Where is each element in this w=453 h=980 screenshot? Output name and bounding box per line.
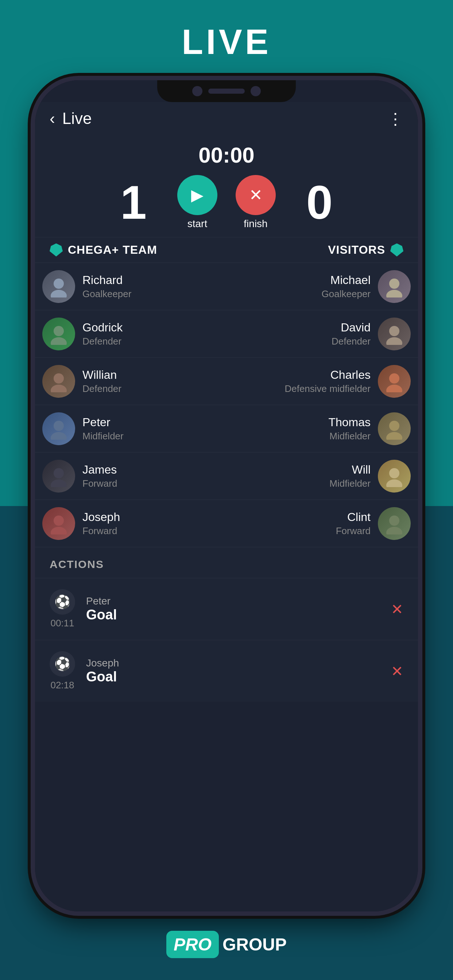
app-header: ‹ Live ⋮ [35,102,418,135]
avatar [378,270,411,303]
player-info: James Forward [83,463,117,489]
home-player-6[interactable]: Joseph Forward [42,507,226,540]
home-player-4[interactable]: Peter Midfielder [42,412,226,445]
home-score: 1 [104,175,163,230]
svg-point-7 [386,337,402,345]
svg-point-4 [54,326,64,336]
svg-point-10 [389,373,399,383]
away-team-name: VISITORS [328,243,385,257]
avatar [42,507,75,540]
player-position: Defensive midfielder [284,383,370,395]
player-name: Peter [83,415,124,429]
player-info: Joseph Forward [83,511,120,537]
avatar [42,460,75,493]
player-position: Defender [83,383,121,395]
player-name: Michael [330,274,370,287]
svg-point-22 [389,515,399,526]
play-icon: ▶ [191,186,204,204]
away-team: VISITORS [328,243,404,257]
page-title: LIVE [0,22,453,62]
soccer-ball-icon: ⚽ [49,589,75,615]
delete-action-button[interactable]: ✕ [391,601,404,617]
svg-point-11 [386,385,402,392]
finish-button[interactable]: ✕ [236,175,276,215]
pro-label: PRO [174,935,212,954]
player-info: Will Midfielder [329,463,370,489]
player-position: Midfielder [329,478,370,489]
speaker [208,89,245,94]
teams-header: CHEGA+ TEAM VISITORS [35,237,418,262]
svg-point-8 [54,373,64,383]
players-list: Richard Goalkeeper Michael Goalkeeper [35,262,418,547]
score-controls: ▶ start ✕ finish [177,175,276,230]
player-info: Richard Goalkeeper [83,274,131,300]
pro-badge: PRO [166,931,219,958]
away-player-4[interactable]: Thomas Midfielder [226,412,411,445]
away-player-1[interactable]: Michael Goalkeeper [226,270,411,303]
player-name: David [341,321,370,334]
away-player-6[interactable]: Clint Forward [226,507,411,540]
svg-point-6 [389,326,399,336]
player-position: Goalkeeper [83,288,131,300]
home-team-name: CHEGA+ TEAM [68,243,157,257]
home-player-5[interactable]: James Forward [42,460,226,493]
away-score: 0 [290,175,349,230]
player-name: Willian [83,368,121,382]
player-name: Thomas [328,415,370,429]
away-player-3[interactable]: Charles Defensive midfielder [226,365,411,398]
player-info: Willian Defender [83,368,121,395]
player-info: Michael Goalkeeper [322,274,370,300]
home-player-2[interactable]: Godrick Defender [42,318,226,350]
action-time: 00:11 [50,617,74,629]
more-button[interactable]: ⋮ [388,110,404,128]
player-info: Godrick Defender [83,321,123,347]
player-position: Goalkeeper [322,288,370,300]
back-button[interactable]: ‹ [49,110,55,127]
delete-action-button[interactable]: ✕ [391,663,404,679]
svg-point-9 [51,385,67,392]
table-row: Godrick Defender David Defender [35,310,418,357]
player-position: Forward [83,478,117,489]
home-shield-icon [49,243,63,257]
header-title: Live [62,110,388,127]
svg-point-21 [51,527,67,535]
svg-point-14 [389,421,399,431]
close-icon: ✕ [249,186,263,204]
player-name: James [83,463,117,477]
actions-header: ACTIONS [35,547,418,578]
player-info: Clint Forward [336,511,370,537]
footer: PRO GROUP [0,931,453,958]
action-player-name: Peter [86,595,380,607]
action-info: Peter Goal [86,595,380,623]
avatar [42,270,75,303]
player-name: Will [352,463,370,477]
group-label: GROUP [222,934,287,955]
avatar [378,460,411,493]
player-name: Richard [83,274,131,287]
finish-group: ✕ finish [236,175,276,230]
player-position: Midfielder [83,431,124,442]
action-type: Goal [86,669,380,685]
action-item: ⚽ 00:11 Peter Goal ✕ [35,578,418,640]
player-name: Joseph [83,511,120,524]
home-player-3[interactable]: Willian Defender [42,365,226,398]
home-player-1[interactable]: Richard Goalkeeper [42,270,226,303]
notch [157,80,296,102]
avatar [378,318,411,350]
table-row: Richard Goalkeeper Michael Goalkeeper [35,262,418,310]
start-button[interactable]: ▶ [177,175,217,215]
timer-display: 00:00 [198,143,254,168]
phone-frame: ‹ Live ⋮ 00:00 1 ▶ start ✕ [35,80,418,912]
avatar [378,507,411,540]
action-icon-group: ⚽ 00:11 [49,589,75,629]
away-player-2[interactable]: David Defender [226,318,411,350]
finish-label: finish [244,218,267,230]
away-shield-icon [390,243,404,257]
camera-right [250,86,261,96]
svg-point-15 [386,432,402,440]
actions-section: ACTIONS ⚽ 00:11 Peter Goal ✕ ⚽ 02:18 [35,547,418,702]
away-player-5[interactable]: Will Midfielder [226,460,411,493]
action-player-name: Joseph [86,657,380,669]
action-type: Goal [86,607,380,623]
home-team: CHEGA+ TEAM [49,243,328,257]
